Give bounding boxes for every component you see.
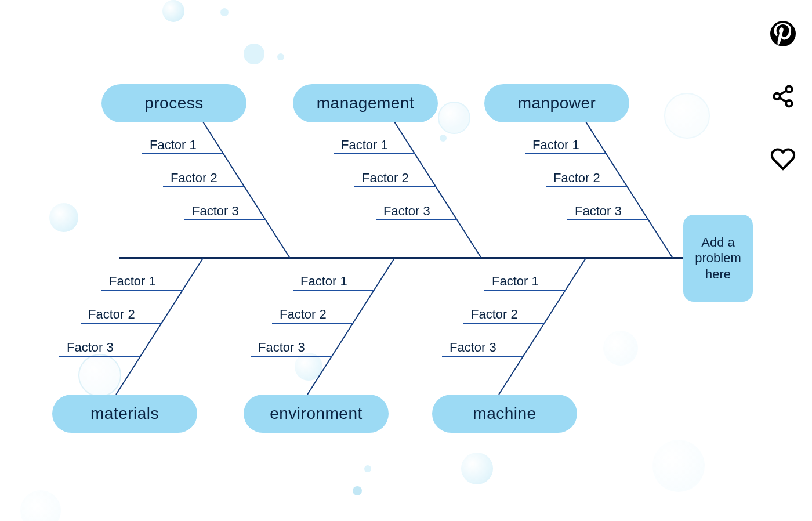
factor-label[interactable]: Factor 3: [383, 204, 430, 219]
svg-line-29: [780, 91, 786, 95]
category-management[interactable]: management: [293, 84, 438, 122]
factor-label[interactable]: Factor 2: [553, 171, 600, 186]
bubble-deco: [49, 203, 78, 232]
category-label: materials: [90, 404, 159, 423]
category-label: environment: [270, 404, 362, 423]
category-materials[interactable]: materials: [52, 395, 197, 433]
category-label: machine: [473, 404, 536, 423]
category-machine[interactable]: machine: [432, 395, 577, 433]
factor-label[interactable]: Factor 1: [341, 138, 388, 153]
bubble-deco: [364, 465, 371, 472]
factor-label[interactable]: Factor 3: [192, 204, 239, 219]
factor-label[interactable]: Factor 1: [109, 274, 156, 289]
factor-label[interactable]: Factor 2: [171, 171, 217, 186]
factor-label[interactable]: Factor 1: [300, 274, 347, 289]
factor-label[interactable]: Factor 2: [88, 307, 135, 322]
category-environment[interactable]: environment: [244, 395, 389, 433]
bubble-deco: [277, 53, 284, 60]
bubble-deco: [220, 8, 229, 16]
problem-box[interactable]: Add a problem here: [683, 215, 753, 302]
bubble-deco: [438, 102, 470, 134]
svg-line-2: [394, 122, 481, 258]
svg-point-27: [774, 93, 780, 100]
category-manpower[interactable]: manpower: [484, 84, 629, 122]
bubble-deco: [440, 135, 447, 142]
factor-label[interactable]: Factor 3: [258, 340, 305, 355]
bubble-deco: [295, 353, 322, 381]
category-label: process: [144, 94, 204, 113]
factor-label[interactable]: Factor 1: [532, 138, 579, 153]
category-label: manpower: [518, 94, 596, 113]
factor-label[interactable]: Factor 2: [280, 307, 327, 322]
bubble-deco: [664, 93, 710, 139]
bubble-deco: [461, 453, 493, 484]
action-icons: [769, 20, 797, 173]
bubble-deco: [78, 354, 121, 397]
heart-icon[interactable]: [769, 145, 797, 173]
factor-label[interactable]: Factor 3: [67, 340, 114, 355]
share-icon[interactable]: [769, 82, 797, 110]
category-label: management: [317, 94, 414, 113]
bubble-deco: [20, 490, 61, 521]
bubble-deco: [652, 440, 705, 492]
svg-line-30: [780, 98, 786, 102]
svg-point-28: [786, 100, 792, 107]
bubble-deco: [244, 44, 264, 64]
factor-label[interactable]: Factor 1: [150, 138, 197, 153]
problem-label: Add a problem here: [689, 234, 747, 283]
factor-label[interactable]: Factor 2: [471, 307, 518, 322]
svg-point-25: [770, 21, 796, 46]
svg-point-26: [786, 86, 792, 93]
factor-label[interactable]: Factor 3: [575, 204, 622, 219]
bubble-deco: [603, 331, 638, 366]
factor-label[interactable]: Factor 1: [492, 274, 539, 289]
factor-label[interactable]: Factor 3: [449, 340, 496, 355]
bubble-deco: [353, 486, 362, 495]
svg-line-1: [203, 122, 290, 258]
category-process[interactable]: process: [102, 84, 246, 122]
svg-line-3: [586, 122, 673, 258]
factor-label[interactable]: Factor 2: [362, 171, 409, 186]
bubble-deco: [162, 0, 184, 22]
pinterest-icon[interactable]: [769, 20, 797, 48]
